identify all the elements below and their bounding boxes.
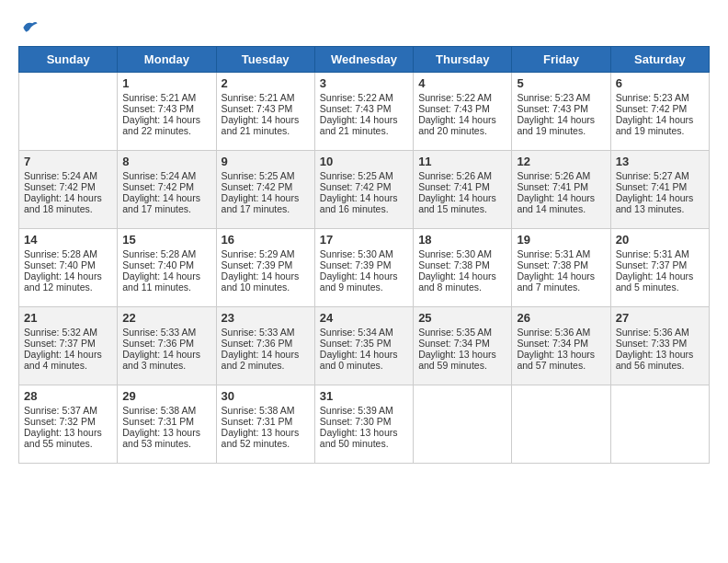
cell-text: and 19 minutes. bbox=[517, 125, 605, 136]
cell-text: and 21 minutes. bbox=[222, 125, 310, 136]
cell-text: Sunset: 7:41 PM bbox=[517, 181, 605, 192]
cell-text: Daylight: 13 hours bbox=[122, 427, 210, 438]
cell-text: Sunrise: 5:37 AM bbox=[24, 405, 112, 416]
calendar-cell: 28Sunrise: 5:37 AMSunset: 7:32 PMDayligh… bbox=[19, 385, 118, 464]
cell-text: Sunset: 7:43 PM bbox=[320, 103, 408, 114]
cell-text: and 59 minutes. bbox=[418, 360, 506, 371]
calendar-cell: 12Sunrise: 5:26 AMSunset: 7:41 PMDayligh… bbox=[512, 151, 610, 229]
week-row-2: 7Sunrise: 5:24 AMSunset: 7:42 PMDaylight… bbox=[19, 151, 710, 229]
day-number: 26 bbox=[517, 311, 605, 325]
cell-text: Sunrise: 5:22 AM bbox=[418, 92, 506, 103]
calendar-cell: 8Sunrise: 5:24 AMSunset: 7:42 PMDaylight… bbox=[118, 151, 216, 229]
cell-text: Sunset: 7:31 PM bbox=[222, 416, 310, 427]
day-number: 14 bbox=[24, 233, 112, 247]
cell-text: Sunrise: 5:30 AM bbox=[320, 248, 408, 259]
day-number: 12 bbox=[517, 155, 605, 168]
cell-text: Sunset: 7:41 PM bbox=[418, 181, 506, 192]
cell-text: Sunset: 7:42 PM bbox=[616, 103, 704, 114]
day-number: 11 bbox=[418, 155, 506, 168]
cell-text: and 4 minutes. bbox=[24, 360, 112, 371]
cell-text: Daylight: 13 hours bbox=[616, 349, 704, 360]
calendar-cell: 26Sunrise: 5:36 AMSunset: 7:34 PMDayligh… bbox=[512, 307, 610, 385]
calendar-cell: 10Sunrise: 5:25 AMSunset: 7:42 PMDayligh… bbox=[314, 151, 413, 229]
cell-text: and 50 minutes. bbox=[320, 438, 408, 449]
calendar-cell: 24Sunrise: 5:34 AMSunset: 7:35 PMDayligh… bbox=[314, 307, 413, 385]
calendar-cell: 11Sunrise: 5:26 AMSunset: 7:41 PMDayligh… bbox=[414, 151, 512, 229]
cell-text: Daylight: 13 hours bbox=[418, 349, 506, 360]
cell-text: and 55 minutes. bbox=[24, 438, 112, 449]
calendar-cell: 9Sunrise: 5:25 AMSunset: 7:42 PMDaylight… bbox=[216, 151, 314, 229]
day-number: 9 bbox=[222, 155, 310, 168]
calendar-cell: 17Sunrise: 5:30 AMSunset: 7:39 PMDayligh… bbox=[314, 229, 413, 307]
day-number: 3 bbox=[320, 76, 408, 90]
cell-text: Sunset: 7:31 PM bbox=[122, 416, 210, 427]
cell-text: Daylight: 14 hours bbox=[122, 192, 210, 203]
cell-text: and 20 minutes. bbox=[418, 125, 506, 136]
calendar-cell: 5Sunrise: 5:23 AMSunset: 7:43 PMDaylight… bbox=[512, 73, 610, 151]
cell-text: and 53 minutes. bbox=[122, 438, 210, 449]
cell-text: Sunset: 7:36 PM bbox=[222, 338, 310, 349]
cell-text: and 12 minutes. bbox=[24, 282, 112, 293]
cell-text: Sunrise: 5:26 AM bbox=[418, 170, 506, 181]
calendar-cell: 27Sunrise: 5:36 AMSunset: 7:33 PMDayligh… bbox=[610, 307, 709, 385]
cell-text: Sunrise: 5:22 AM bbox=[320, 92, 408, 103]
calendar-cell: 2Sunrise: 5:21 AMSunset: 7:43 PMDaylight… bbox=[216, 73, 314, 151]
calendar-cell bbox=[19, 73, 118, 151]
cell-text: Daylight: 14 hours bbox=[24, 349, 112, 360]
calendar-cell: 22Sunrise: 5:33 AMSunset: 7:36 PMDayligh… bbox=[118, 307, 216, 385]
cell-text: Sunrise: 5:23 AM bbox=[616, 92, 704, 103]
cell-text: Sunrise: 5:35 AM bbox=[418, 327, 506, 338]
cell-text: Sunset: 7:39 PM bbox=[222, 259, 310, 270]
day-number: 6 bbox=[616, 76, 704, 90]
cell-text: Daylight: 14 hours bbox=[122, 270, 210, 282]
cell-text: and 13 minutes. bbox=[616, 203, 704, 214]
cell-text: Daylight: 14 hours bbox=[222, 114, 310, 125]
cell-text: Sunset: 7:39 PM bbox=[320, 259, 408, 270]
cell-text: Daylight: 14 hours bbox=[222, 270, 310, 282]
cell-text: Daylight: 14 hours bbox=[616, 114, 704, 125]
day-number: 10 bbox=[320, 155, 408, 168]
cell-text: Sunrise: 5:31 AM bbox=[517, 248, 605, 259]
calendar-cell: 7Sunrise: 5:24 AMSunset: 7:42 PMDaylight… bbox=[19, 151, 118, 229]
page-header bbox=[18, 18, 710, 37]
cell-text: Sunset: 7:43 PM bbox=[517, 103, 605, 114]
cell-text: Daylight: 14 hours bbox=[418, 192, 506, 203]
week-row-4: 21Sunrise: 5:32 AMSunset: 7:37 PMDayligh… bbox=[19, 307, 710, 385]
cell-text: and 57 minutes. bbox=[517, 360, 605, 371]
cell-text: Sunrise: 5:33 AM bbox=[122, 327, 210, 338]
cell-text: Sunrise: 5:36 AM bbox=[517, 327, 605, 338]
cell-text: Daylight: 14 hours bbox=[122, 114, 210, 125]
cell-text: Sunset: 7:42 PM bbox=[24, 181, 112, 192]
cell-text: Sunrise: 5:21 AM bbox=[222, 92, 310, 103]
calendar-header: SundayMondayTuesdayWednesdayThursdayFrid… bbox=[19, 47, 710, 73]
day-number: 7 bbox=[24, 155, 112, 168]
cell-text: Sunrise: 5:25 AM bbox=[320, 170, 408, 181]
day-number: 31 bbox=[320, 389, 408, 403]
cell-text: and 0 minutes. bbox=[320, 360, 408, 371]
day-number: 22 bbox=[122, 311, 210, 325]
calendar-cell: 18Sunrise: 5:30 AMSunset: 7:38 PMDayligh… bbox=[414, 229, 512, 307]
cell-text: and 16 minutes. bbox=[320, 203, 408, 214]
cell-text: and 14 minutes. bbox=[517, 203, 605, 214]
cell-text: Sunset: 7:33 PM bbox=[616, 338, 704, 349]
cell-text: Sunrise: 5:28 AM bbox=[24, 248, 112, 259]
logo bbox=[18, 18, 39, 37]
calendar-cell bbox=[610, 385, 709, 464]
day-header-friday: Friday bbox=[512, 47, 610, 73]
logo-bird-icon bbox=[20, 18, 39, 37]
calendar-cell: 14Sunrise: 5:28 AMSunset: 7:40 PMDayligh… bbox=[19, 229, 118, 307]
cell-text: Sunset: 7:41 PM bbox=[616, 181, 704, 192]
calendar-cell: 1Sunrise: 5:21 AMSunset: 7:43 PMDaylight… bbox=[118, 73, 216, 151]
day-header-thursday: Thursday bbox=[414, 47, 512, 73]
day-number: 19 bbox=[517, 233, 605, 247]
cell-text: Sunrise: 5:38 AM bbox=[222, 405, 310, 416]
cell-text: Sunset: 7:37 PM bbox=[24, 338, 112, 349]
day-number: 5 bbox=[517, 76, 605, 90]
cell-text: Sunrise: 5:31 AM bbox=[616, 248, 704, 259]
cell-text: Sunrise: 5:33 AM bbox=[222, 327, 310, 338]
week-row-3: 14Sunrise: 5:28 AMSunset: 7:40 PMDayligh… bbox=[19, 229, 710, 307]
day-number: 20 bbox=[616, 233, 704, 247]
calendar-table: SundayMondayTuesdayWednesdayThursdayFrid… bbox=[18, 46, 710, 464]
cell-text: Sunrise: 5:24 AM bbox=[24, 170, 112, 181]
day-number: 24 bbox=[320, 311, 408, 325]
